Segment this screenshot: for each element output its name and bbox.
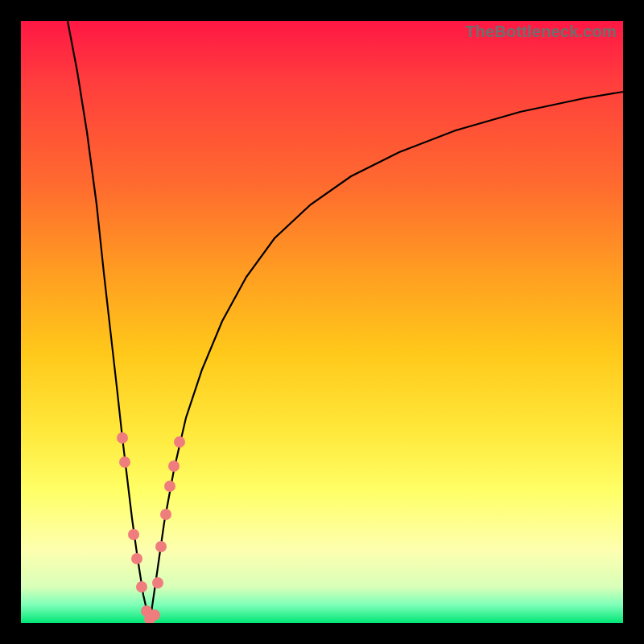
plot-area: TheBottleneck.com: [21, 21, 623, 623]
data-point: [128, 529, 139, 540]
data-point: [119, 456, 130, 468]
data-point: [131, 553, 142, 564]
data-point: [152, 577, 163, 588]
data-point: [168, 460, 180, 472]
curve-right-branch: [150, 92, 623, 623]
data-point: [117, 432, 128, 444]
data-point: [160, 509, 171, 520]
curve-svg: [21, 21, 623, 623]
data-point: [136, 581, 147, 592]
data-point: [149, 609, 160, 621]
chart-container: TheBottleneck.com: [0, 0, 644, 644]
data-point: [174, 436, 185, 448]
data-point: [155, 541, 167, 552]
data-point: [164, 481, 175, 492]
data-point-dots: [117, 432, 185, 623]
